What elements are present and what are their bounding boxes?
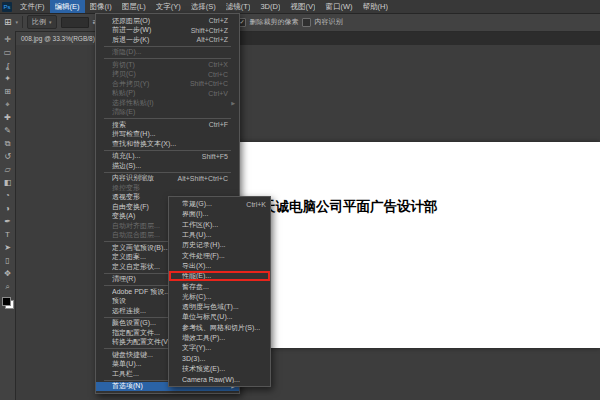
menubar-item[interactable]: 帮助(H) <box>358 0 393 13</box>
menubar-item[interactable]: 文字(Y) <box>151 0 186 13</box>
tool-icon: ✛ <box>4 35 11 44</box>
menu-item[interactable]: 拼写检查(H)... <box>96 130 239 140</box>
tool-zoom[interactable]: ⌕ <box>1 280 14 293</box>
submenu-item[interactable]: 导出(X)... <box>169 261 270 271</box>
tool-path-selection[interactable]: ➤ <box>1 241 14 254</box>
menu-item[interactable]: 选择性粘贴(I) ▶ <box>96 98 239 108</box>
content-aware-label: 内容识别 <box>314 17 342 27</box>
tool-eraser[interactable]: ▱ <box>1 163 14 176</box>
checkbox-unchecked-icon[interactable] <box>302 18 311 27</box>
submenu-item[interactable]: 增效工具(P)... <box>169 333 270 343</box>
submenu-item-label: 工具(U)... <box>182 230 260 240</box>
menubar-item[interactable]: 滤镜(T) <box>221 0 256 13</box>
menu-item-shortcut: Ctrl+F <box>209 121 228 128</box>
tool-quick-selection[interactable]: ✦ <box>1 72 14 85</box>
content-aware-option[interactable]: 内容识别 <box>302 17 342 27</box>
tool-icon: ➤ <box>4 243 11 252</box>
submenu-item[interactable]: 性能(E)... <box>169 271 270 281</box>
menu-item-label: 描边(S)... <box>112 161 222 171</box>
tool-blur[interactable]: ◔ <box>1 189 14 202</box>
tool-lasso[interactable]: ʆ <box>1 59 14 72</box>
menu-item[interactable]: 粘贴(P) Ctrl+V <box>96 89 239 99</box>
crop-ratio-dropdown[interactable]: 比例 ▾ <box>27 15 57 29</box>
menu-item-label: 选择性粘贴(I) <box>112 98 222 108</box>
menu-item-label: 内容识别缩放 <box>112 173 172 183</box>
tool-crop[interactable]: ⊞ <box>1 85 14 98</box>
menubar-item[interactable]: 3D(D) <box>255 0 285 13</box>
chevron-down-icon: ▾ <box>49 19 52 25</box>
menubar-item[interactable]: 文件(F) <box>15 0 50 13</box>
tool-preset-caret-icon[interactable]: ▾ <box>16 19 19 25</box>
submenu-item[interactable]: 界面(I)... <box>169 209 270 219</box>
menubar-item[interactable]: 图像(I) <box>85 0 117 13</box>
submenu-item[interactable]: 文字(Y)... <box>169 343 270 353</box>
menubar-item[interactable]: 视图(V) <box>285 0 320 13</box>
tool-brush[interactable]: ✎ <box>1 124 14 137</box>
menubar-item[interactable]: 选择(S) <box>186 0 221 13</box>
tool-icon: ✥ <box>4 269 11 278</box>
menu-item[interactable]: 操控变形 <box>96 183 239 193</box>
menubar-item-label: 选择(S) <box>191 2 216 12</box>
tool-clone-stamp[interactable]: ⧉ <box>1 137 14 150</box>
tool-type[interactable]: T <box>1 228 14 241</box>
tool-shape[interactable]: ▯ <box>1 254 14 267</box>
tool-hand[interactable]: ✥ <box>1 267 14 280</box>
foreground-color-swatch[interactable] <box>2 297 11 306</box>
preferences-submenu: 常规(G)... Ctrl+K 界面(I)... 工作区(K)... 工具(U)… <box>168 196 271 387</box>
submenu-item[interactable]: Camera Raw(W)... <box>169 374 270 384</box>
tool-pen[interactable]: ✒ <box>1 215 14 228</box>
submenu-item[interactable]: 工作区(K)... <box>169 220 270 230</box>
tool-icon: ⌕ <box>5 282 9 291</box>
menu-item[interactable]: 搜索 Ctrl+F <box>96 120 239 130</box>
menu-item[interactable]: 渐隐(D)... <box>96 48 239 58</box>
menu-item[interactable]: 前进一步(W) Shift+Ctrl+Z <box>96 26 239 36</box>
menu-item[interactable]: 清除(E) <box>96 108 239 118</box>
crop-width-input[interactable] <box>61 17 89 28</box>
tool-icon: T <box>5 230 10 239</box>
menu-item[interactable]: 拷贝(C) Ctrl+C <box>96 70 239 80</box>
menu-item-shortcut: Ctrl+C <box>208 71 228 78</box>
tool-healing-brush[interactable]: ✚ <box>1 111 14 124</box>
menu-item[interactable]: 剪切(T) Ctrl+X <box>96 60 239 70</box>
submenu-item[interactable]: 工具(U)... <box>169 230 270 240</box>
menu-item[interactable]: 合并拷贝(Y) Shift+Ctrl+C <box>96 79 239 89</box>
crop-ratio-label: 比例 <box>32 17 46 27</box>
menubar-item-label: 滤镜(T) <box>226 2 251 12</box>
submenu-item[interactable]: 3D(3)... <box>169 353 270 363</box>
submenu-item-label: 性能(E)... <box>182 271 260 281</box>
menu-item[interactable]: 描边(S)... <box>96 161 239 171</box>
menu-item-label: 查找和替换文本(X)... <box>112 139 222 149</box>
menubar-item[interactable]: 编辑(E) <box>50 0 85 13</box>
submenu-item[interactable]: 单位与标尺(U)... <box>169 312 270 322</box>
tool-gradient[interactable]: ◧ <box>1 176 14 189</box>
submenu-item[interactable]: 参考线、网格和切片(S)... <box>169 323 270 333</box>
tool-icon: ✒ <box>4 217 11 226</box>
tool-marquee[interactable]: ▭ <box>1 46 14 59</box>
submenu-item[interactable]: 历史记录(H)... <box>169 240 270 250</box>
tool-icon: ◔ <box>5 191 10 200</box>
submenu-item[interactable]: 常规(G)... Ctrl+K <box>169 199 270 209</box>
menu-item[interactable]: 填充(L)... Shift+F5 <box>96 152 239 162</box>
tool-move[interactable]: ✛ <box>1 33 14 46</box>
submenu-item[interactable]: 技术预览(E)... <box>169 364 270 374</box>
submenu-item[interactable]: 光标(C)... <box>169 292 270 302</box>
menu-item[interactable]: 内容识别缩放 Alt+Shift+Ctrl+C <box>96 174 239 184</box>
color-swatches[interactable] <box>2 297 14 309</box>
menu-item-shortcut: Alt+Ctrl+Z <box>196 36 228 43</box>
menu-item-shortcut: Ctrl+X <box>208 61 228 68</box>
submenu-item[interactable]: 暂存盘... <box>169 281 270 291</box>
menu-item[interactable]: 查找和替换文本(X)... <box>96 139 239 149</box>
tools-panel: ✛ ▭ ʆ ✦ ⊞ ⌖ ✚ ✎ ⧉ ↺ <box>0 31 16 400</box>
tool-eyedropper[interactable]: ⌖ <box>1 98 14 111</box>
menubar-item[interactable]: 图层(L) <box>117 0 151 13</box>
menubar-item[interactable]: 窗口(W) <box>320 0 357 13</box>
submenu-item-label: 历史记录(H)... <box>182 240 260 250</box>
delete-cropped-pixels-option[interactable]: ✓ 删除裁剪的像素 <box>237 17 298 27</box>
photoshop-window: Ps 文件(F) 编辑(E) 图像(I) 图层(L) 文字(Y) 选择(S) 滤… <box>0 0 600 400</box>
menu-item[interactable]: 还原图层(O) Ctrl+Z <box>96 16 239 26</box>
tool-dodge[interactable]: ◑ <box>1 202 14 215</box>
tool-history-brush[interactable]: ↺ <box>1 150 14 163</box>
submenu-item[interactable]: 透明度与色域(T)... <box>169 302 270 312</box>
menu-item[interactable]: 后退一步(K) Alt+Ctrl+Z <box>96 35 239 45</box>
submenu-item[interactable]: 文件处理(F)... <box>169 250 270 260</box>
